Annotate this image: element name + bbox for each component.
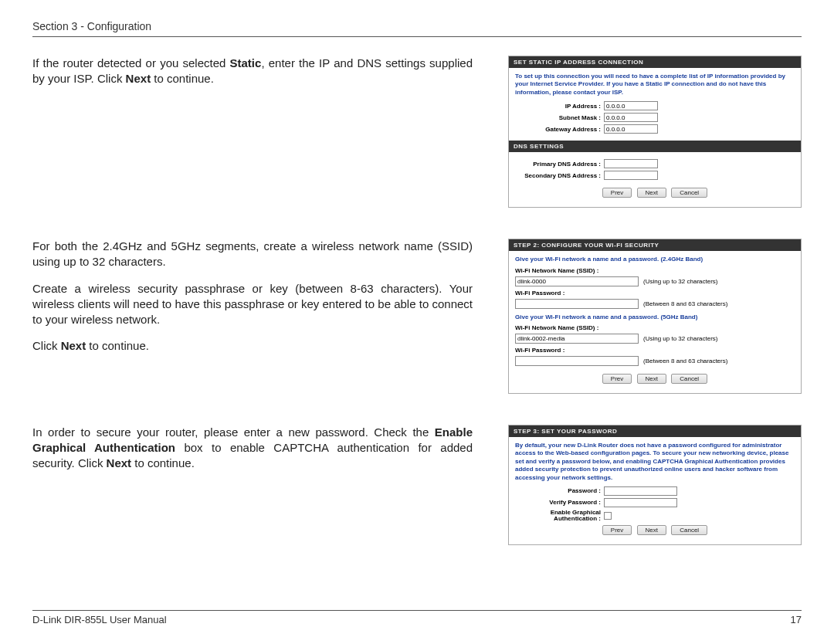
- footer-manual: D-Link DIR-855L User Manual: [32, 614, 167, 625]
- p2-3b: Next: [61, 339, 86, 352]
- t1e: to continue.: [151, 72, 214, 85]
- p3e: to continue.: [131, 456, 195, 469]
- ssid24-hint: (Using up to 32 characters): [643, 278, 718, 285]
- ssid5-hint: (Using up to 32 characters): [643, 335, 718, 342]
- text-wifi: For both the 2.4GHz and 5GHz segments, c…: [32, 239, 473, 365]
- cancel-button[interactable]: Cancel: [671, 374, 707, 384]
- section-label: Section 3 - Configuration: [32, 20, 151, 32]
- dns-title: DNS SETTINGS: [509, 141, 801, 152]
- p3a: In order to secure your router, please e…: [32, 425, 435, 439]
- pw5-label: Wi-Fi Password :: [515, 347, 795, 354]
- head-5: Give your Wi-Fi network a name and a pas…: [515, 314, 795, 321]
- shot1-note: To set up this connection you will need …: [515, 73, 795, 97]
- pdns-label: Primary DNS Address :: [515, 161, 604, 168]
- text-password: In order to secure your router, please e…: [32, 425, 473, 483]
- text-static-ip: If the router detected or you selected S…: [32, 56, 473, 98]
- cancel-button[interactable]: Cancel: [671, 188, 707, 198]
- ega-label: Enable Graphical Authentication :: [515, 510, 604, 522]
- p3d: Next: [107, 456, 132, 469]
- t1a: If the router detected or you selected: [32, 56, 230, 69]
- shot3-note: By default, your new D-Link Router does …: [515, 442, 795, 482]
- gw-label: Gateway Address :: [515, 126, 604, 133]
- vpw-label: Verify Password :: [515, 499, 604, 506]
- page-footer: D-Link DIR-855L User Manual 17: [32, 610, 802, 625]
- sdns-input[interactable]: [604, 171, 658, 180]
- block-wifi: For both the 2.4GHz and 5GHz segments, c…: [32, 239, 802, 394]
- prev-button[interactable]: Prev: [602, 188, 632, 198]
- ip-label: IP Address :: [515, 103, 604, 110]
- password-input[interactable]: [604, 486, 677, 496]
- block-password: In order to secure your router, please e…: [32, 425, 802, 545]
- pw5-hint: (Between 8 and 63 characters): [643, 358, 727, 364]
- pw5-input[interactable]: [515, 356, 639, 366]
- cancel-button[interactable]: Cancel: [671, 525, 707, 535]
- shot2-title: STEP 2: CONFIGURE YOUR WI-FI SECURITY: [509, 239, 801, 251]
- ssid24-label: Wi-Fi Network Name (SSID) :: [515, 267, 795, 274]
- t1d: Next: [126, 72, 151, 85]
- mask-input[interactable]: [604, 113, 658, 122]
- sdns-label: Secondary DNS Address :: [515, 172, 604, 179]
- pw24-label: Wi-Fi Password :: [515, 290, 795, 297]
- screenshot-wifi: STEP 2: CONFIGURE YOUR WI-FI SECURITY Gi…: [508, 239, 802, 394]
- next-button[interactable]: Next: [637, 525, 666, 535]
- pw24-hint: (Between 8 and 63 characters): [643, 300, 727, 307]
- ssid5-input[interactable]: [515, 334, 639, 344]
- verify-password-input[interactable]: [604, 498, 677, 507]
- pw-label: Password :: [515, 487, 604, 494]
- block-static-ip: If the router detected or you selected S…: [32, 56, 802, 208]
- shot1-title: SET STATIC IP ADDRESS CONNECTION: [509, 56, 801, 68]
- page-header: Section 3 - Configuration: [32, 19, 802, 37]
- next-button[interactable]: Next: [637, 188, 666, 198]
- shot3-title: STEP 3: SET YOUR PASSWORD: [509, 425, 801, 437]
- head-24: Give your Wi-Fi network a name and a pas…: [515, 256, 795, 263]
- mask-label: Subnet Mask :: [515, 114, 604, 121]
- t1b: Static: [230, 56, 262, 69]
- p2-2: Create a wireless security passphrase or…: [32, 281, 473, 328]
- enable-graphical-checkbox[interactable]: [604, 512, 612, 520]
- ssid24-input[interactable]: [515, 276, 639, 286]
- screenshot-static-ip: SET STATIC IP ADDRESS CONNECTION To set …: [508, 56, 802, 208]
- screenshot-password: STEP 3: SET YOUR PASSWORD By default, yo…: [508, 425, 802, 545]
- footer-page: 17: [791, 614, 802, 625]
- next-button[interactable]: Next: [637, 374, 666, 384]
- p2-1: For both the 2.4GHz and 5GHz segments, c…: [32, 239, 473, 270]
- p2-3a: Click: [32, 339, 61, 352]
- p2-3c: to continue.: [86, 339, 149, 352]
- ssid5-label: Wi-Fi Network Name (SSID) :: [515, 324, 795, 331]
- prev-button[interactable]: Prev: [602, 374, 632, 384]
- ip-input[interactable]: [604, 101, 658, 110]
- pw24-input[interactable]: [515, 299, 639, 309]
- gw-input[interactable]: [604, 124, 658, 134]
- pdns-input[interactable]: [604, 159, 658, 168]
- prev-button[interactable]: Prev: [602, 525, 632, 535]
